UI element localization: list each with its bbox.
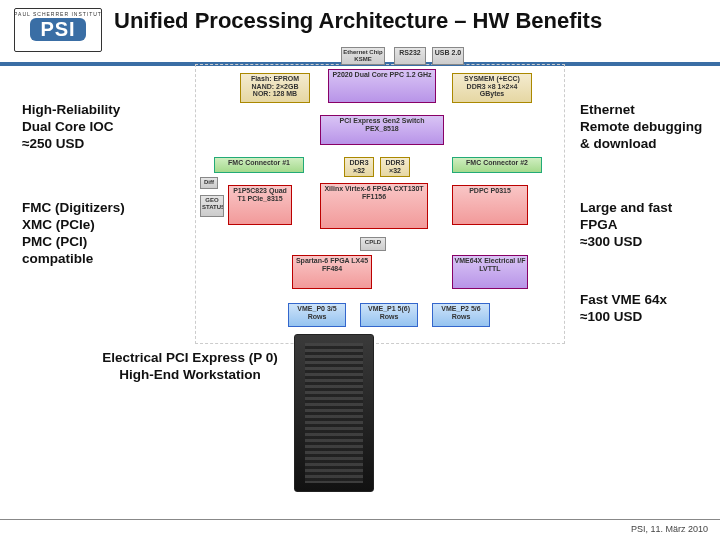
chip-pipe: P1P5C823 Quad T1 PCIe_8315	[228, 185, 292, 225]
chip-fmc1: FMC Connector #1	[214, 157, 304, 173]
logo-psi-text: PSI	[30, 18, 85, 41]
chip-pdpc: PDPC P0315	[452, 185, 528, 225]
chip-p1: VME_P1 5(6) Rows	[360, 303, 418, 327]
annot-vme: Fast VME 64x ≈100 USD	[580, 292, 720, 326]
slide-content: High-Reliability Dual Core IOC ≈250 USD …	[0, 72, 720, 492]
chip-ddr3b: DDR3 ×32	[380, 157, 410, 177]
chip-sysmem: SYSMEM (+ECC) DDR3 ×8 1×2×4 GBytes	[452, 73, 532, 103]
page-title: Unified Processing Architecture – HW Ben…	[114, 8, 602, 33]
logo-institute: PAUL SCHERRER INSTITUT	[14, 11, 102, 17]
psi-logo: PAUL SCHERRER INSTITUT PSI	[14, 8, 102, 52]
server-rack-image	[294, 334, 374, 492]
chip-p2: VME_P2 5/6 Rows	[432, 303, 490, 327]
chip-ddr3a: DDR3 ×32	[344, 157, 374, 177]
annot-workstation: Electrical PCI Express (P 0) High-End Wo…	[90, 350, 290, 384]
chip-s6fpga: Spartan-6 FPGA LX45 FF484	[292, 255, 372, 289]
annot-fpga: Large and fast FPGA ≈300 USD	[580, 200, 720, 251]
block-diagram: Flash: EPROM NAND: 2×2GB NOR: 128 MB P20…	[195, 64, 565, 344]
chip-diff: Diff	[200, 177, 218, 189]
chip-geo: GEO STATUS	[200, 195, 224, 217]
chip-p2020: P2020 Dual Core PPC 1.2 GHz	[328, 69, 436, 103]
chip-pex: PCI Express Gen2 Switch PEX_8518	[320, 115, 444, 145]
annot-ioc: High-Reliability Dual Core IOC ≈250 USD	[22, 102, 172, 153]
chip-usb: USB 2.0	[432, 47, 464, 65]
chip-cpld: CPLD	[360, 237, 386, 251]
footer-text: PSI, 11. März 2010	[631, 524, 708, 534]
footer: PSI, 11. März 2010	[0, 519, 720, 540]
chip-ethswitch: Ethernet Chip KSME	[341, 47, 385, 65]
chip-flash: Flash: EPROM NAND: 2×2GB NOR: 128 MB	[240, 73, 310, 103]
annot-fmc: FMC (Digitizers) XMC (PCIe) PMC (PCI) co…	[22, 200, 172, 268]
chip-rs232: RS232	[394, 47, 426, 65]
chip-p0: VME_P0 3/5 Rows	[288, 303, 346, 327]
annot-ethernet: Ethernet Remote debugging & download	[580, 102, 720, 153]
chip-vme64x: VME64X Electrical I/F LVTTL	[452, 255, 528, 289]
chip-fmc2: FMC Connector #2	[452, 157, 542, 173]
chip-xilinx: Xilinx Virtex-6 FPGA CXT130T FF1156	[320, 183, 428, 229]
